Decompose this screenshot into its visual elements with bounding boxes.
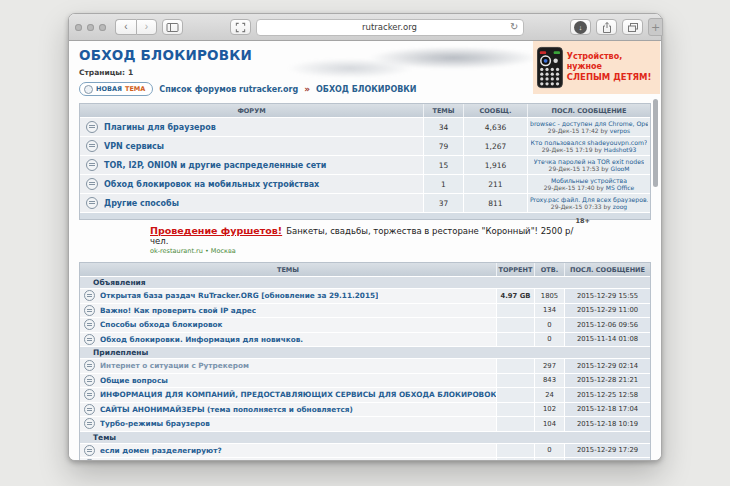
topic-link[interactable]: Важно! Как проверить свой IP адрес (100, 306, 256, 315)
last-message-link[interactable]: Мобильные устройства (551, 177, 627, 184)
topic-last-post-time: 2015-12-18 17:04 (564, 403, 650, 417)
topic-link[interactable]: Интернет о ситуации с Рутрекером (100, 361, 249, 370)
topic-last-post-time: 2015-12-28 21:21 (564, 374, 650, 388)
topic-row[interactable]: Важно! Как проверить свой IP адрес 134 2… (80, 303, 650, 318)
topic-row[interactable]: Интернет о ситуации с Рутрекером 297 201… (80, 358, 650, 373)
ad-title-link[interactable]: Проведение фуршетов! (150, 225, 282, 236)
charity-ad-banner[interactable]: Устройство, нужное СЛЕПЫМ ДЕТЯМ! (533, 41, 660, 94)
topic-link[interactable]: Турбо-режимы браузеров (100, 419, 210, 428)
topic-row[interactable]: Утечка IP через Флэш. 36 2015-12-28 16:1… (80, 457, 650, 460)
topic-link[interactable]: Способы обхода блокировок (100, 320, 223, 329)
topic-last-post-time: 2015-12-29 17:29 (564, 444, 650, 458)
topics-table-header: ТЕМЫ ТОРРЕНТ ОТВ. ПОСЛ. СООБЩЕНИЕ (80, 263, 650, 276)
breadcrumb-forum-index-link[interactable]: Список форумов rutracker.org (159, 85, 298, 94)
topics-header-replies: ОТВ. (534, 263, 564, 276)
forum-link[interactable]: VPN сервисы (104, 142, 164, 151)
topic-row[interactable]: ИНФОРМАЦИЯ ДЛЯ КОМПАНИЙ, ПРЕДОСТАВЛЯЮЩИХ… (80, 387, 650, 402)
last-message-link[interactable]: browsec - доступен для Chrome, Opera,... (530, 120, 648, 127)
topic-link[interactable]: Обход блокировки. Информация для новичко… (100, 335, 303, 344)
forum-row[interactable]: TOR, I2P, ONION и другие распределенные … (80, 155, 650, 174)
forum-link[interactable]: TOR, I2P, ONION и другие распределенные … (104, 161, 326, 170)
tab-overview-button[interactable] (230, 19, 251, 35)
address-url: rutracker.org (362, 22, 417, 32)
downloads-button[interactable]: ↓ (570, 19, 591, 35)
topic-icon (84, 375, 95, 386)
topic-torrent-size (496, 403, 534, 417)
topic-torrent-size: 4.97 GB (496, 289, 534, 303)
refresh-icon[interactable]: ↻ (510, 21, 518, 32)
topic-row[interactable]: если домен разделегируют? 0 2015-12-29 1… (80, 443, 650, 458)
last-message-user-link[interactable]: MS Office (606, 184, 634, 191)
topic-link[interactable]: ИНФОРМАЦИЯ ДЛЯ КОМПАНИЙ, ПРЕДОСТАВЛЯЮЩИХ… (100, 390, 496, 399)
sidebar-toggle-button[interactable] (162, 19, 183, 35)
share-button[interactable] (596, 19, 617, 35)
inline-ad: 18+ Проведение фуршетов!Банкеты, свадьбы… (150, 225, 580, 255)
back-button[interactable]: ‹ (115, 19, 136, 35)
forum-link[interactable]: Обход блокировок на мобильных устройства… (104, 180, 319, 189)
last-message-link[interactable]: Кто пользовался shadeyouvpn.com? (531, 139, 648, 146)
new-topic-label-1: новая (96, 85, 122, 93)
tabs-button[interactable] (622, 19, 643, 35)
topic-row[interactable]: Общие вопросы 843 2015-12-28 21:21 (80, 373, 650, 388)
topic-icon (84, 319, 95, 330)
topic-replies-count: 102 (534, 403, 564, 417)
last-message-user-link[interactable]: zoog (613, 203, 627, 210)
forum-last-message: Кто пользовался shadeyouvpn.com? 29-Дек-… (527, 137, 650, 155)
forum-topics-count: 34 (423, 118, 463, 136)
topic-row[interactable]: Обход блокировки. Информация для новичко… (80, 332, 650, 347)
section-header-pinned: Прилеплены (80, 346, 650, 358)
forum-row[interactable]: Обход блокировок на мобильных устройства… (80, 174, 650, 193)
close-window-button[interactable] (75, 24, 82, 31)
forum-row[interactable]: Другие способы 37 811 Proxy.pac файл. Дл… (80, 193, 650, 212)
forum-header-forum: ФОРУМ (80, 104, 423, 117)
forum-link[interactable]: Другие способы (104, 199, 179, 208)
topic-link[interactable]: Общие вопросы (100, 376, 168, 385)
topic-row[interactable]: Способы обхода блокировок 0 2015-12-06 0… (80, 317, 650, 332)
last-message-user-link[interactable]: GlooM (611, 165, 630, 172)
topic-link[interactable]: Открытая база раздач RuTracker.ORG [обно… (100, 291, 378, 300)
last-message-link[interactable]: Proxy.pac файл. Для всех браузеров... (530, 196, 648, 203)
topic-icon (84, 334, 95, 345)
page-scrollbar[interactable] (653, 99, 658, 187)
plus-icon: + (651, 21, 660, 34)
forum-topics-count: 37 (423, 194, 463, 212)
zoom-window-button[interactable] (99, 24, 106, 31)
tabs-icon (627, 22, 639, 33)
forward-button[interactable]: › (136, 19, 157, 35)
topic-replies-count: 843 (534, 374, 564, 388)
address-bar[interactable]: rutracker.org ↻ (256, 19, 524, 36)
minimize-window-button[interactable] (87, 24, 94, 31)
forum-row[interactable]: VPN сервисы 79 1,267 Кто пользовался sha… (80, 136, 650, 155)
topic-last-post-time: 2015-12-25 12:58 (564, 388, 650, 402)
ad-city: Москва (211, 247, 236, 255)
topic-link[interactable]: если домен разделегируют? (100, 446, 222, 455)
topic-row[interactable]: Турбо-режимы браузеров 104 2015-12-18 10… (80, 416, 650, 431)
last-message-link[interactable]: Утечка паролей на TOR exit nodes (534, 158, 645, 165)
pages-label: Страницы: (79, 68, 125, 77)
forum-last-message: Мобильные устройства 29-Дек-15 17:40 by … (527, 175, 650, 193)
forum-topics-count: 1 (423, 175, 463, 193)
browser-window: ‹ › rutracker.org ↻ (68, 13, 662, 461)
page-number[interactable]: 1 (128, 68, 133, 77)
forum-icon (86, 197, 98, 209)
topic-row[interactable]: Открытая база раздач RuTracker.ORG [обно… (80, 288, 650, 303)
forum-row[interactable]: Плагины для браузеров 34 4,636 browsec -… (80, 117, 650, 136)
window-controls (75, 24, 106, 31)
new-topic-button[interactable]: новая тема (79, 82, 153, 96)
topic-torrent-size (496, 388, 534, 402)
forum-link[interactable]: Плагины для браузеров (104, 123, 216, 132)
ad-site-url[interactable]: ok-restaurant.ru (150, 247, 203, 255)
topic-torrent-size (496, 458, 534, 460)
topic-link[interactable]: САЙТЫ АНОНИМАЙЗЕРЫ (тема пополняется и о… (100, 405, 353, 414)
topics-header-torrent: ТОРРЕНТ (496, 263, 534, 276)
forum-last-message: Утечка паролей на TOR exit nodes 29-Дек-… (527, 156, 650, 174)
last-message-user-link[interactable]: Hadshot93 (604, 146, 637, 153)
forum-header-topics: ТЕМЫ (423, 104, 463, 117)
breadcrumb-current-link[interactable]: ОБХОД БЛОКИРОВКИ (316, 85, 417, 94)
new-tab-button[interactable]: + (648, 18, 663, 36)
last-message-user-link[interactable]: verpos (610, 127, 630, 134)
download-arrow-glyph: ↓ (579, 24, 583, 31)
topic-icon (84, 445, 95, 456)
sidebar-icon (166, 22, 179, 33)
topic-row[interactable]: САЙТЫ АНОНИМАЙЗЕРЫ (тема пополняется и о… (80, 402, 650, 417)
